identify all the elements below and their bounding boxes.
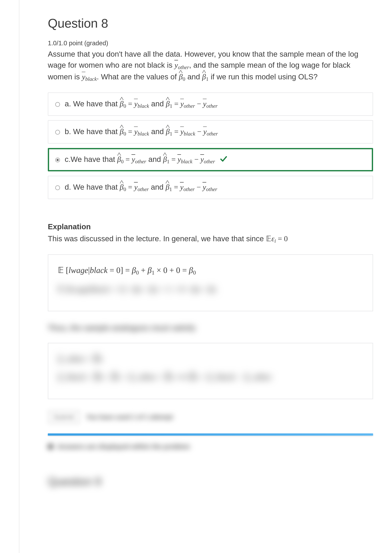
equation-1: 𝔼 [lwage|black = 0] = β0 + β1 × 0 + 0 = … [58,264,363,277]
check-icon [220,154,227,166]
grade-text: 1.0/1.0 point (graded) [48,39,373,48]
prompt-segment: and [185,73,202,81]
eq1-mid: × 0 + 0 = [154,266,189,275]
equation-2-blurred: 𝔼 [lwage|black = 1] = β₀ + β₁ × 1 + 0 = … [58,283,363,295]
prompt-segment: . What are the values of [97,73,179,81]
choice-letter: c. [65,155,70,163]
submit-button[interactable]: Submit [48,410,80,424]
radio-c[interactable] [55,158,60,162]
choice-and: and [146,155,163,163]
choice-letter: d. [65,183,71,191]
next-question-title: Question 9 [48,474,373,490]
choice-lead: We have that [71,183,120,191]
choice-d[interactable]: d. We have that β0 = yother and β1 = yot… [48,176,373,199]
question-page: Question 8 1.0/1.0 point (graded) Assume… [19,0,392,553]
choice-b-label: b. We have that β0 = yblack and β1 = ybl… [65,126,218,138]
choice-d-label: d. We have that β0 = yother and β1 = yot… [65,182,217,193]
choice-c[interactable]: c.We have that β0 = yother and β1 = ybla… [48,148,373,171]
math-ybar-black: yblack [82,73,97,81]
equation-4-blurred: ȳ_black = β̂₀ + β̂₁ = ȳ_other + β̂₁ ⟹ β̂… [58,371,363,383]
equation-3-blurred: ȳ_other = β̂₀ [58,353,363,365]
math-E-eps: 𝔼εi = 0 [266,235,288,243]
radio-a[interactable] [55,102,60,107]
attempts-text: You have used 1 of 1 attempt [86,412,173,422]
explanation-math-box-1: 𝔼 [lwage|black = 0] = β0 + β1 × 0 + 0 = … [48,254,373,311]
math-beta1-hat: β1 [202,73,209,81]
prompt-segment: if we run this model using OLS? [209,73,318,81]
info-icon [48,444,53,449]
choice-letter: a. [65,100,71,108]
choice-letter: b. [65,127,71,136]
explanation-math-box-2: ȳ_other = β̂₀ ȳ_black = β̂₀ + β̂₁ = ȳ_ot… [48,343,373,399]
choice-list: a. We have that β0 = yblack and β1 = yot… [48,92,373,199]
choice-b[interactable]: b. We have that β0 = yblack and β1 = ybl… [48,120,373,144]
radio-d[interactable] [55,185,60,190]
explanation-intro: This was discussed in the lecture. In ge… [48,233,373,245]
choice-a[interactable]: a. We have that β0 = yblack and β1 = yot… [48,92,373,116]
info-text: Answers are displayed within the problem [57,442,190,452]
explanation-sentence-blurred: Thus, the sample analogues must satisfy [48,322,373,333]
submit-row: Submit You have used 1 of 1 attempt [48,410,373,424]
choice-c-label: c.We have that β0 = yother and β1 = ybla… [65,154,227,166]
question-prompt: Assume that you don't have all the data.… [48,48,373,83]
choice-lead: We have that [71,127,120,136]
radio-b[interactable] [55,130,60,135]
info-row: Answers are displayed within the problem [48,442,373,452]
explanation-heading: Explanation [48,221,373,232]
choice-a-label: a. We have that β0 = yblack and β1 = yot… [65,98,218,110]
choice-and: and [149,183,166,191]
choice-lead: We have that [71,100,120,108]
progress-bar [48,433,373,435]
choice-and: and [149,127,166,136]
explain-intro-text: This was discussed in the lecture. In ge… [48,235,266,243]
question-title: Question 8 [48,14,373,33]
choice-and: and [149,100,166,108]
choice-lead: We have that [70,155,117,163]
math-beta0-hat: β0 [179,73,185,81]
